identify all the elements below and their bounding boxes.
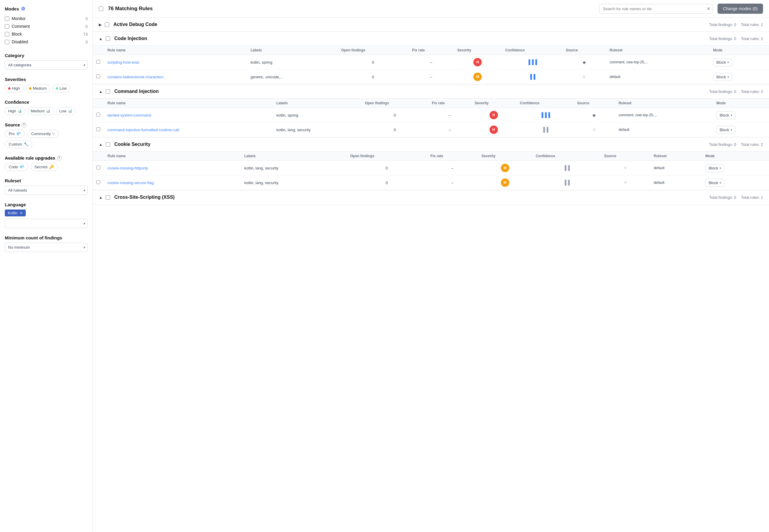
rules-table-1: Rule nameLabelsOpen findingsFix rateSeve… [93,45,769,84]
mode-chevron-icon: ▾ [727,61,729,64]
mode-chevron-icon: ▾ [731,114,732,117]
rule-mode-button-2-0[interactable]: Block ▾ [716,111,736,119]
rule-link-1-0[interactable]: scripting-host-eval [107,60,139,65]
category-section: Category All categories ▾ [5,53,88,70]
category-checkbox-3[interactable] [106,142,110,147]
source-custom-pill[interactable]: Custom 🔧 [5,140,32,148]
ruleset-select[interactable]: All rulesets [5,186,88,195]
rule-confidence-3-1: ▐▐ [532,175,601,190]
severity-pill-low[interactable]: Low [52,84,70,92]
category-checkbox-1[interactable] [106,36,110,41]
source-diamond-icon: ◆ [583,60,586,65]
search-clear-button[interactable]: ✕ [707,6,710,11]
rule-link-1-1[interactable]: contains-bidirectional-characters [107,75,163,79]
source-help-icon[interactable]: ? [22,123,26,127]
rule-confidence-2-1: ▐▐ [516,123,573,137]
rule-source-1-0: ◆ [562,55,606,70]
mode-checkbox-comment[interactable] [5,24,9,29]
category-toggle-2[interactable]: ▲ [99,89,103,94]
upgrades-help-icon[interactable]: ? [57,156,62,160]
rule-checkbox-1-0[interactable] [96,60,100,64]
upgrade-code-pill[interactable]: Code 💎 [5,163,28,171]
th-confidence: Confidence [501,46,562,55]
rule-fix-rate-1-0: – [408,55,454,70]
rule-link-3-0[interactable]: cookie-missing-httponly [107,166,148,170]
upgrades-pills: Code 💎 Secrets 🔑 [5,163,88,171]
rule-mode-button-1-1[interactable]: Block ▾ [713,73,732,81]
mode-chevron-icon: ▾ [720,181,721,184]
severities-title: Severities [5,77,88,82]
category-section-0: ▶ Active Debug Code Total findings: 0 To… [93,18,769,32]
language-select[interactable] [5,219,88,228]
rule-link-3-1[interactable]: cookie-missing-secure-flag [107,181,154,185]
severity-pill-high[interactable]: High [5,84,23,92]
category-toggle-4[interactable]: ▲ [99,195,103,200]
category-toggle-0[interactable]: ▶ [99,22,102,27]
gear-icon[interactable]: ⚙ [21,6,25,12]
upgrades-section: Available rule upgrades ? Code 💎 Secrets… [5,155,88,171]
change-modes-button[interactable]: Change modes (0) [718,4,763,14]
severity-badge-2-0: H [489,111,498,119]
search-input[interactable] [599,4,713,14]
mode-chevron-icon: ▾ [731,128,732,132]
source-community-pill[interactable]: Community ⑂ [27,130,59,138]
rule-mode-button-2-1[interactable]: Block ▾ [716,126,736,134]
kotlin-remove-icon[interactable]: ✕ [20,211,23,215]
category-checkbox-4[interactable] [106,195,110,200]
main-content: 76 Matching Rules ✕ Change modes (0) ▶ A… [93,0,769,532]
rule-link-2-0[interactable]: tainted-system-command [107,113,151,117]
source-pro-pill[interactable]: Pro 💎 [5,130,25,138]
rule-checkbox-2-1[interactable] [96,127,100,131]
upgrade-secrets-label: Secrets [34,165,48,169]
rule-mode-button-3-0[interactable]: Block ▾ [705,164,724,172]
confidence-low-pill[interactable]: Low 📊 [56,107,75,115]
mode-checkbox-monitor[interactable] [5,16,9,21]
th-rule-name: Rule name [104,152,241,161]
mode-chevron-icon: ▾ [720,166,721,170]
category-name-3: Cookie Security [114,142,706,147]
rule-mode-button-1-0[interactable]: Block ▾ [713,58,732,66]
category-checkbox-0[interactable] [105,22,109,27]
rule-checkbox-2-0[interactable] [96,113,100,117]
category-header-4: ▲ Cross-Site-Scripting (XSS) Total findi… [93,190,769,204]
category-section-2: ▲ Command Injection Total findings: 0 To… [93,85,769,137]
category-toggle-1[interactable]: ▲ [99,36,103,41]
category-header-1: ▲ Code Injection Total findings: 0 Total… [93,32,769,45]
confidence-high-pill[interactable]: High 📊 [5,107,25,115]
category-toggle-3[interactable]: ▲ [99,142,103,147]
rule-fix-rate-3-0: – [427,161,478,175]
rule-ruleset-2-1: default [615,123,713,137]
medium-dot-icon [29,87,31,90]
confidence-title: Confidence [5,100,88,105]
th-checkbox [93,152,104,161]
category-checkbox-2[interactable] [106,89,110,94]
select-all-checkbox[interactable] [99,7,103,11]
confidence-low-label: Low [59,109,66,113]
rules-table-2: Rule nameLabelsOpen findingsFix rateSeve… [93,98,769,137]
th-severity: Severity [454,46,501,55]
rule-checkbox-1-1[interactable] [96,74,100,78]
category-rules-4: Total rules: 1 [741,195,763,200]
rule-checkbox-3-0[interactable] [96,166,100,169]
rule-mode-button-3-1[interactable]: Block ▾ [705,179,724,187]
rule-link-2-1[interactable]: command-injection-formatted-runtime-call [107,128,179,132]
th-source: Source [601,152,650,161]
mode-label-monitor: Monitor [12,16,26,21]
mode-checkbox-disabled[interactable] [5,40,9,44]
rule-severity-2-0: H [471,108,516,123]
min-findings-select[interactable]: No minimum [5,243,88,252]
th-ruleset: Ruleset [606,46,710,55]
category-section-1: ▲ Code Injection Total findings: 0 Total… [93,32,769,85]
confidence-medium-pill[interactable]: Medium 📊 [28,107,54,115]
search-wrapper: ✕ [599,4,713,14]
kotlin-tag: Kotlin ✕ [5,210,26,216]
severity-pill-medium[interactable]: Medium [26,84,50,92]
category-select[interactable]: All categories [5,60,88,70]
rule-checkbox-3-1[interactable] [96,180,100,184]
confidence-bars-icon: ▐▐ [563,180,570,185]
mode-checkbox-block[interactable] [5,32,9,36]
category-stats-0: Total findings: 0 Total rules: 1 [709,22,763,27]
rule-labels-3-1: kotlin, lang, security [241,175,347,190]
kotlin-label: Kotlin [8,211,18,215]
upgrade-secrets-pill[interactable]: Secrets 🔑 [30,163,58,171]
